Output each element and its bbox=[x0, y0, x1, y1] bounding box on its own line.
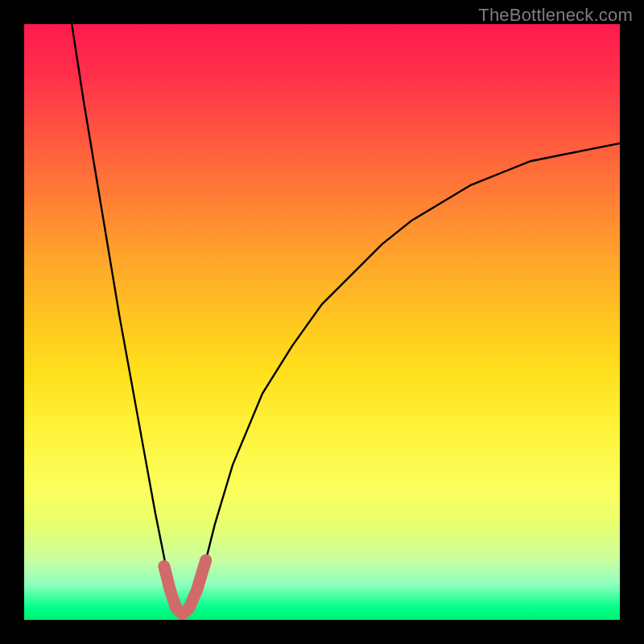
bottleneck-curve bbox=[72, 24, 620, 614]
chart-container: TheBottleneck.com bbox=[0, 0, 644, 644]
highlight-band bbox=[164, 560, 206, 614]
watermark-text: TheBottleneck.com bbox=[478, 5, 633, 26]
plot-area bbox=[24, 24, 620, 620]
curve-layer bbox=[24, 24, 620, 620]
